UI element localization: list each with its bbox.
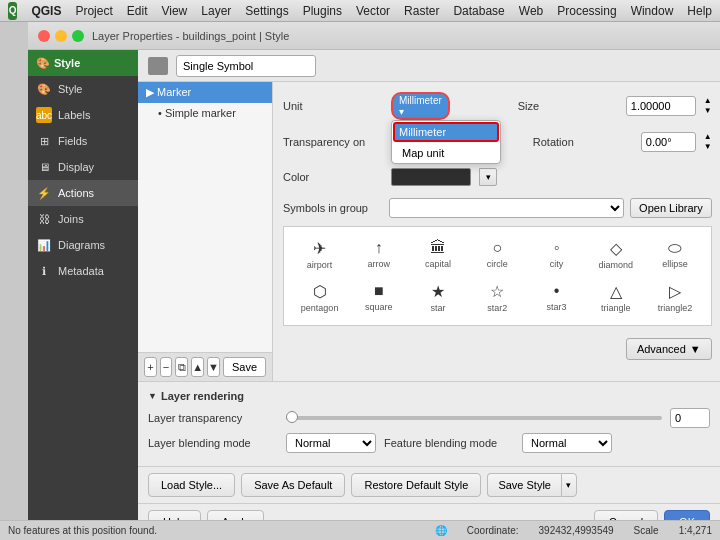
color-label: Color [283,171,383,183]
symbol-label: pentagon [301,303,339,313]
symbol-triangle2[interactable]: ▷ triangle2 [647,278,702,317]
sidebar-item-labels[interactable]: abc Labels [28,102,138,128]
size-input[interactable] [626,96,696,116]
sidebar-item-label: Style [58,83,82,95]
symbol-label: airport [307,260,333,270]
symbol-airport[interactable]: ✈ airport [292,235,347,274]
sidebar-item-metadata[interactable]: ℹ Metadata [28,258,138,284]
joins-icon: ⛓ [36,211,52,227]
layer-transparency-label: Layer transparency [148,412,278,424]
menu-raster[interactable]: Raster [404,4,439,18]
star3-icon: • [554,282,560,300]
save-style-button[interactable]: Save Style [487,473,561,497]
layer-rendering-header: Layer rendering [148,390,710,402]
label-icon: abc [36,107,52,123]
menu-project[interactable]: Project [75,4,112,18]
symbol-city[interactable]: ◦ city [529,235,584,274]
rotation-row: Rotation ▲ ▼ [533,132,712,152]
menu-processing[interactable]: Processing [557,4,616,18]
unit-selector[interactable]: Millimeter ▾ [391,92,450,120]
symbol-label: ellipse [662,259,688,269]
close-button[interactable] [38,30,50,42]
symbol-square[interactable]: ■ square [351,278,406,317]
sidebar-item-display[interactable]: 🖥 Display [28,154,138,180]
advanced-button[interactable]: Advanced ▼ [626,338,712,360]
menu-view[interactable]: View [161,4,187,18]
sidebar-header: 🎨 Style [28,50,138,76]
add-layer-button[interactable]: + [144,357,157,377]
layer-blending-select[interactable]: Normal Multiply Screen [286,433,376,453]
symbol-label: star [431,303,446,313]
maximize-button[interactable] [72,30,84,42]
symbol-label: star2 [487,303,507,313]
sidebar-item-actions[interactable]: ⚡ Actions [28,180,138,206]
sidebar-item-joins[interactable]: ⛓ Joins [28,206,138,232]
size-spinner[interactable]: ▲ ▼ [704,96,712,116]
dd-item-millimeter[interactable]: Millimeter [393,122,499,142]
diagrams-icon: 📊 [36,237,52,253]
menu-layer[interactable]: Layer [201,4,231,18]
metadata-icon: ℹ [36,263,52,279]
duplicate-layer-button[interactable]: ⧉ [175,357,188,377]
layer-transparency-slider[interactable] [286,416,662,420]
symbol-arrow[interactable]: ↑ arrow [351,235,406,274]
symbol-star2[interactable]: ☆ star2 [470,278,525,317]
save-style-dropdown-button[interactable]: ▾ [561,473,577,497]
tree-item-marker[interactable]: ▶ Marker [138,82,272,103]
dd-item-mapunit[interactable]: Map unit [392,143,500,163]
menu-window[interactable]: Window [631,4,674,18]
color-swatch[interactable] [391,168,471,186]
tree-item-simple-marker[interactable]: • Simple marker [138,103,272,123]
triangle-icon: △ [610,282,622,301]
menu-qgis[interactable]: QGIS [31,4,61,18]
sidebar-item-label: Fields [58,135,87,147]
symbol-star[interactable]: ★ star [410,278,465,317]
menu-vector[interactable]: Vector [356,4,390,18]
feature-blending-select[interactable]: Normal Multiply [522,433,612,453]
move-down-button[interactable]: ▼ [207,357,220,377]
rotation-spinner[interactable]: ▲ ▼ [704,132,712,152]
symbol-triangle[interactable]: △ triangle [588,278,643,317]
remove-layer-button[interactable]: − [160,357,173,377]
menu-plugins[interactable]: Plugins [303,4,342,18]
menu-settings[interactable]: Settings [245,4,288,18]
rotation-input[interactable] [641,132,696,152]
rotation-label: Rotation [533,136,633,148]
symbol-ellipse[interactable]: ⬭ ellipse [647,235,702,274]
move-up-button[interactable]: ▲ [191,357,204,377]
save-button[interactable]: Save [223,357,266,377]
save-as-default-button[interactable]: Save As Default [241,473,345,497]
restore-default-button[interactable]: Restore Default Style [351,473,481,497]
color-dropdown-button[interactable]: ▾ [479,168,497,186]
symbols-group-select[interactable] [389,198,624,218]
symbol-circle[interactable]: ○ circle [470,235,525,274]
sidebar-item-style[interactable]: 🎨 Style [28,76,138,102]
style-selector[interactable]: Single Symbol Categorized Graduated Rule… [176,55,316,77]
open-library-button[interactable]: Open Library [630,198,712,218]
ellipse-icon: ⬭ [668,239,682,257]
menu-web[interactable]: Web [519,4,543,18]
symbol-star3[interactable]: • star3 [529,278,584,317]
slider-thumb[interactable] [286,411,298,423]
symbol-label: triangle2 [658,303,693,313]
menu-help[interactable]: Help [687,4,712,18]
layer-transparency-input[interactable] [670,408,710,428]
actions-icon: ⚡ [36,185,52,201]
sidebar: 🎨 Style 🎨 Style abc Labels ⊞ Fields 🖥 Di… [28,50,138,540]
menu-edit[interactable]: Edit [127,4,148,18]
symbol-pentagon[interactable]: ⬡ pentagon [292,278,347,317]
advanced-label: Advanced [637,343,686,355]
main-panel: ▶ Marker • Simple marker + − ⧉ ▲ ▼ Save [138,82,720,381]
symbol-diamond[interactable]: ◇ diamond [588,235,643,274]
symbol-label: star3 [547,302,567,312]
symbols-group-row: Symbols in group Open Library [283,198,712,218]
menu-database[interactable]: Database [453,4,504,18]
minimize-button[interactable] [55,30,67,42]
symbol-tree: ▶ Marker • Simple marker + − ⧉ ▲ ▼ Save [138,82,273,381]
unit-badge: Millimeter ▾ [391,92,450,120]
load-style-button[interactable]: Load Style... [148,473,235,497]
sidebar-item-diagrams[interactable]: 📊 Diagrams [28,232,138,258]
window-controls [38,30,84,42]
sidebar-item-fields[interactable]: ⊞ Fields [28,128,138,154]
symbol-capital[interactable]: 🏛 capital [410,235,465,274]
